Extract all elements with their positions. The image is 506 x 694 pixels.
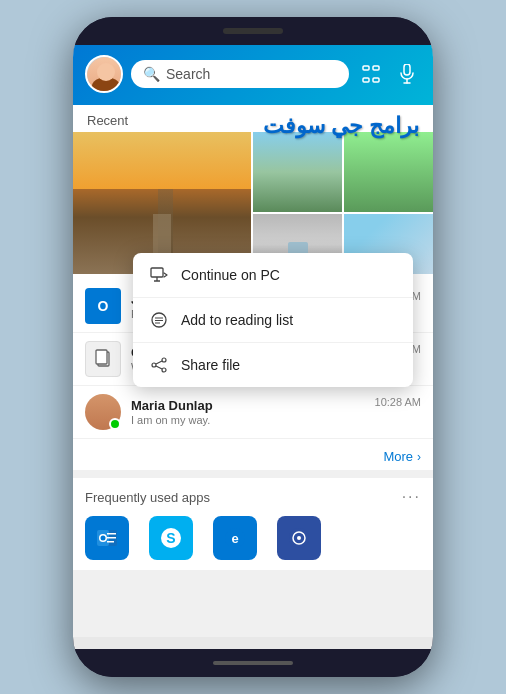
maria-message: I am on my way. — [131, 414, 365, 426]
continue-pc-label: Continue on PC — [181, 267, 280, 283]
reading-list-icon — [149, 310, 169, 330]
copy-app-icon — [85, 341, 121, 377]
outlook-letter: O — [98, 298, 109, 314]
list-item[interactable]: Maria Dunlap I am on my way. 10:28 AM — [73, 386, 433, 439]
cortana-freq-icon[interactable] — [277, 516, 321, 560]
phone-screen: 🔍 Search — [73, 45, 433, 649]
skype-freq-icon[interactable]: S — [149, 516, 193, 560]
add-reading-label: Add to reading list — [181, 312, 293, 328]
edge-icon: e — [221, 524, 249, 552]
share-file-label: Share file — [181, 357, 240, 373]
svg-text:S: S — [166, 530, 175, 546]
user-avatar[interactable] — [85, 55, 123, 93]
svg-point-12 — [101, 536, 106, 541]
freq-title: Frequently used apps — [85, 490, 210, 505]
svg-rect-3 — [373, 78, 379, 82]
svg-point-30 — [162, 358, 166, 362]
svg-text:e: e — [231, 531, 238, 546]
search-icon: 🔍 — [143, 66, 160, 82]
share-icon — [149, 355, 169, 375]
more-button[interactable]: More — [383, 449, 413, 464]
search-input-label: Search — [166, 66, 337, 82]
svg-rect-1 — [373, 66, 379, 70]
menu-item-share-file[interactable]: Share file — [133, 343, 413, 387]
edge-freq-icon[interactable]: e — [213, 516, 257, 560]
menu-item-add-reading[interactable]: Add to reading list — [133, 298, 413, 343]
freq-menu-icon[interactable]: ··· — [402, 488, 421, 506]
more-row: More › — [73, 443, 433, 470]
svg-rect-15 — [107, 541, 114, 543]
continue-pc-icon — [149, 265, 169, 285]
online-badge — [109, 418, 121, 430]
maria-time: 10:28 AM — [375, 396, 421, 408]
svg-rect-0 — [363, 66, 369, 70]
home-indicator — [213, 661, 293, 665]
maria-item-text: Maria Dunlap I am on my way. — [131, 398, 365, 426]
context-menu: Continue on PC Add to reading list — [133, 253, 413, 387]
avatar-face — [87, 57, 123, 93]
search-bar-row: 🔍 Search — [85, 55, 421, 93]
skype-icon: S — [157, 524, 185, 552]
svg-rect-14 — [107, 537, 116, 539]
outlook-app-icon: O — [85, 288, 121, 324]
more-chevron-icon: › — [417, 450, 421, 464]
watermark-text: برامج جي سوفت — [263, 113, 419, 139]
cortana-icon — [285, 524, 313, 552]
freq-header: Frequently used apps ··· — [85, 488, 421, 506]
svg-rect-13 — [107, 533, 116, 535]
phone-speaker — [223, 28, 283, 34]
screen-content: Recent برامج جي سوفت — [73, 105, 433, 637]
photo-field[interactable] — [253, 132, 342, 212]
menu-item-continue-pc[interactable]: Continue on PC — [133, 253, 413, 298]
copy-icon — [93, 349, 113, 369]
contact-avatar-wrapper — [85, 394, 121, 430]
freq-section: Frequently used apps ··· — [73, 478, 433, 570]
svg-line-34 — [156, 366, 162, 369]
svg-rect-4 — [404, 64, 410, 75]
phone-top-bar — [73, 17, 433, 45]
phone-bottom-bar — [73, 649, 433, 677]
svg-point-32 — [162, 368, 166, 372]
microphone-icon[interactable] — [393, 60, 421, 88]
screenshot-icon[interactable] — [357, 60, 385, 88]
svg-rect-2 — [363, 78, 369, 82]
maria-name: Maria Dunlap — [131, 398, 365, 413]
search-box[interactable]: 🔍 Search — [131, 60, 349, 88]
outlook-icon — [93, 524, 121, 552]
phone-frame: 🔍 Search — [73, 17, 433, 677]
screen-header: 🔍 Search — [73, 45, 433, 105]
svg-rect-23 — [151, 268, 163, 277]
svg-point-31 — [152, 363, 156, 367]
svg-rect-8 — [96, 350, 107, 364]
svg-point-22 — [297, 536, 301, 540]
freq-apps: S e — [85, 516, 421, 560]
svg-line-33 — [156, 361, 162, 364]
photo-trees[interactable] — [344, 132, 433, 212]
outlook-freq-icon[interactable] — [85, 516, 129, 560]
